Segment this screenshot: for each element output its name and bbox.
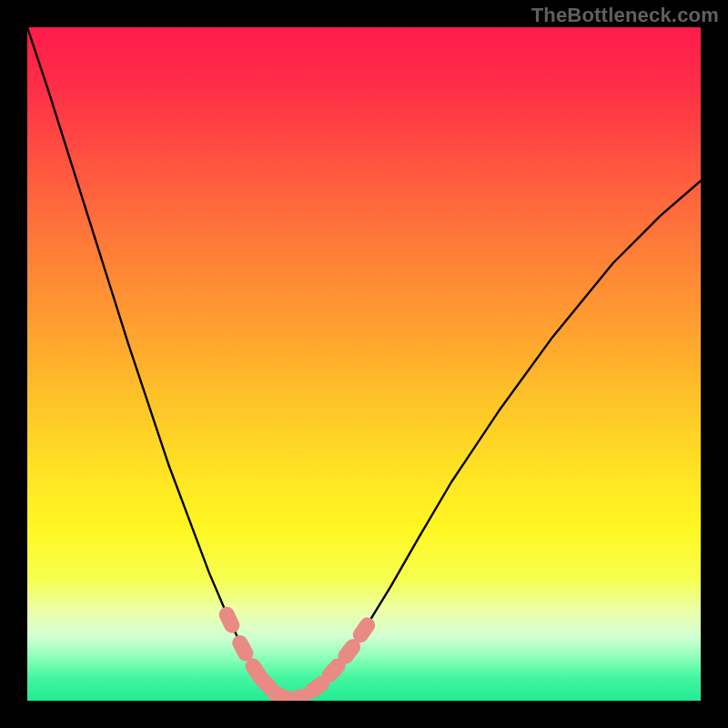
gradient-background [27,27,701,701]
plot-area [27,27,701,701]
chart-svg [27,27,701,701]
watermark-text: TheBottleneck.com [531,4,719,27]
outer-frame: TheBottleneck.com [0,0,728,728]
